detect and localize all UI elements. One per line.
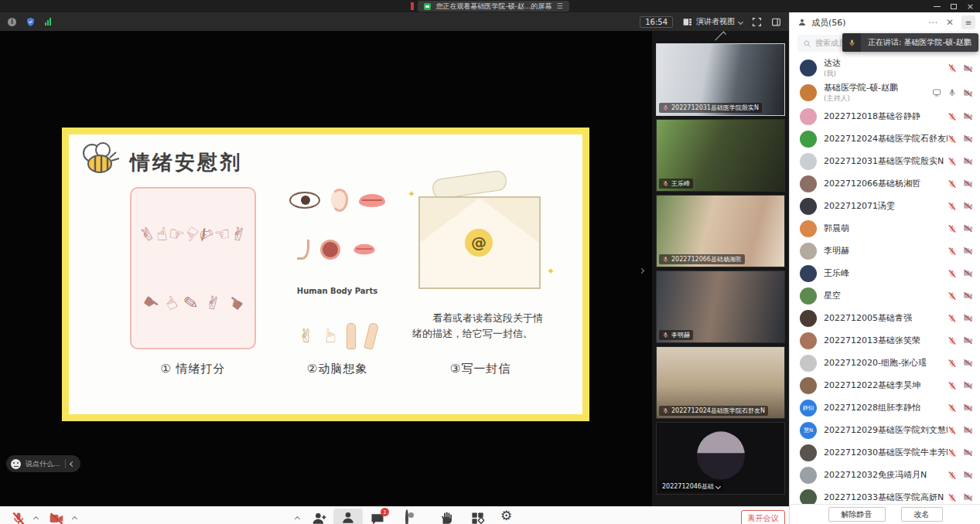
share-options-chevron[interactable]: [295, 516, 300, 522]
member-name: 2022712020-细胞-张心瑶: [824, 357, 927, 369]
mic-muted-icon: [948, 471, 957, 480]
mic-muted-icon: [948, 314, 957, 323]
fullscreen-icon[interactable]: [752, 17, 762, 27]
member-row[interactable]: 王乐峰: [790, 262, 980, 284]
member-name: 2022712005基础青强: [824, 312, 912, 324]
sparkle-icon: ✦: [547, 266, 555, 277]
video-thumbnail[interactable]: 2022712024基础医学院石舒友N: [656, 346, 785, 419]
mic-muted-icon: [948, 202, 957, 211]
apps-button[interactable]: [470, 511, 485, 524]
member-row[interactable]: 2022712066基础杨湘哲: [790, 172, 980, 195]
member-row[interactable]: 2022712032免疫冯靖月N: [790, 464, 980, 486]
screen-watch-banner[interactable]: 您正在观看基础医学院-硕-赵...的屏幕 ☰: [418, 1, 569, 12]
video-thumbnail[interactable]: 2022712031基础医学院殷实N: [656, 43, 785, 116]
side-panel-icon[interactable]: [771, 17, 781, 27]
camera-off-icon: [963, 156, 973, 166]
hand-glyph: ✌: [299, 325, 314, 347]
video-thumbnail[interactable]: 2022712046基础: [656, 422, 785, 495]
camera-off-icon: [963, 201, 973, 211]
avatar: [800, 265, 817, 282]
settings-gear-icon[interactable]: ⚙: [500, 508, 512, 523]
quick-chat-pill[interactable]: 说点什么...: [6, 455, 80, 472]
member-row[interactable]: 2022712005基础青强: [790, 307, 980, 329]
speaking-tooltip: 正在讲话: 基础医学院-硕-赵鹏: [842, 33, 978, 52]
hand-doodle-glyph: ✌: [203, 291, 223, 315]
panel-menu-icon[interactable]: ≡: [961, 15, 975, 29]
bottom-control-bar: 1 ⚙ 离开会议: [0, 506, 789, 524]
camera-off-icon: [963, 88, 973, 98]
camera-off-icon: [963, 425, 973, 435]
raise-hand-button[interactable]: [439, 511, 453, 524]
hand-doodle-glyph: ✎: [183, 291, 200, 313]
collapse-strip-chevron[interactable]: [639, 268, 644, 274]
maximize-button[interactable]: [951, 4, 957, 9]
member-row[interactable]: 2022712030基础医学院牛丰芳N: [790, 441, 980, 464]
camera-off-icon: [963, 111, 973, 121]
members-panel: 成员(56) ⋯ ✕ ≡ 搜索成员 正在讲话: 基础医学院-硕-赵鹏 达达 (我…: [789, 12, 980, 524]
invite-button[interactable]: [312, 511, 327, 524]
member-name: 达达: [824, 57, 841, 69]
member-row[interactable]: 2022712024基础医学院石舒友N: [790, 128, 980, 150]
members-button[interactable]: [340, 510, 356, 524]
record-button[interactable]: [405, 509, 408, 524]
security-shield-icon[interactable]: [26, 17, 36, 27]
video-thumbnail[interactable]: 王乐峰: [656, 119, 785, 192]
member-row[interactable]: 2022712022基础李昊坤: [790, 374, 980, 396]
member-row[interactable]: 2022712018基础谷静静: [790, 105, 980, 128]
window-titlebar: 您正在观看基础医学院-硕-赵...的屏幕 ☰ ×: [0, 0, 980, 12]
camera-off-icon: [963, 313, 973, 323]
member-row[interactable]: 郭晨萌: [790, 217, 980, 240]
unmute-button[interactable]: 解除静音: [828, 507, 886, 522]
member-row[interactable]: 李明赫: [790, 240, 980, 262]
mic-options-chevron[interactable]: [33, 516, 39, 522]
member-row[interactable]: 2022712020-细胞-张心瑶: [790, 352, 980, 374]
camera-button[interactable]: [48, 511, 65, 524]
member-name: 2022712031基础医学院殷实N: [824, 155, 944, 167]
chat-placeholder[interactable]: 说点什么...: [26, 459, 60, 469]
camera-options-chevron[interactable]: [72, 516, 77, 522]
eye-illustration: [289, 192, 320, 209]
participant-name: 2022712031基础医学院殷实N: [671, 104, 759, 112]
banner-menu-icon[interactable]: ☰: [557, 2, 563, 10]
info-icon[interactable]: i: [8, 18, 16, 26]
member-row[interactable]: 2022712013基础张笑荣: [790, 329, 980, 352]
close-button[interactable]: ×: [967, 2, 974, 11]
mic-on-icon: [948, 88, 957, 97]
member-row[interactable]: 2022712031基础医学院殷实N: [790, 150, 980, 172]
leg-illustration: [364, 322, 379, 350]
emoji-icon[interactable]: [11, 459, 21, 469]
member-name: 基础医学院-硕-赵鹏: [824, 82, 898, 94]
mute-button[interactable]: [11, 511, 26, 524]
scroll-up-chevron[interactable]: [652, 31, 789, 43]
camera-off-icon: [963, 291, 973, 301]
shared-screen-area: 情绪安慰剂 ✌☝☞☟✍☜✌☛☝✎✌☚ ① 情绪打分 Human Body Par…: [0, 31, 652, 506]
avatar: [800, 444, 817, 461]
member-row[interactable]: 2022712071汤雯: [790, 195, 980, 217]
body-parts-label: Human Body Parts: [297, 287, 377, 295]
chevron-down-icon: [715, 484, 721, 489]
mic-muted-icon: [662, 407, 669, 414]
minimize-button[interactable]: [934, 6, 941, 7]
member-row[interactable]: 基础医学院-硕-赵鹏 (主持人): [790, 80, 980, 105]
avatar: [800, 153, 817, 170]
member-row[interactable]: 达达 (我): [790, 56, 980, 80]
meeting-toolbar: i 16:54 演讲者视图: [0, 12, 789, 31]
hand-doodle-glyph: ☛: [138, 290, 163, 315]
camera-off-icon: [963, 268, 973, 278]
more-options-icon[interactable]: ⋯: [928, 17, 938, 28]
member-row[interactable]: 2022712033基础医学院高妍N: [790, 486, 980, 504]
video-thumbnail[interactable]: 2022712066基础杨湘哲: [656, 195, 785, 267]
member-row[interactable]: 静怡 2022712028组胚李静怡: [790, 396, 980, 419]
rename-button[interactable]: 改名: [901, 507, 943, 522]
caption-emotion-score: ① 情绪打分: [130, 362, 256, 376]
close-panel-icon[interactable]: ✕: [946, 17, 954, 28]
members-panel-footer: 解除静音 改名: [790, 504, 980, 524]
member-row[interactable]: 慧N 2022712029基础医学院刘文慧N: [790, 419, 980, 441]
view-mode-selector[interactable]: 演讲者视图: [682, 16, 743, 27]
chevron-left-icon[interactable]: [70, 461, 75, 466]
video-thumbnail[interactable]: 李明赫: [656, 271, 785, 343]
network-signal-icon[interactable]: [45, 18, 51, 26]
leave-meeting-button[interactable]: 离开会议: [741, 510, 785, 524]
avatar: [800, 489, 817, 505]
member-row[interactable]: 星空: [790, 284, 980, 307]
